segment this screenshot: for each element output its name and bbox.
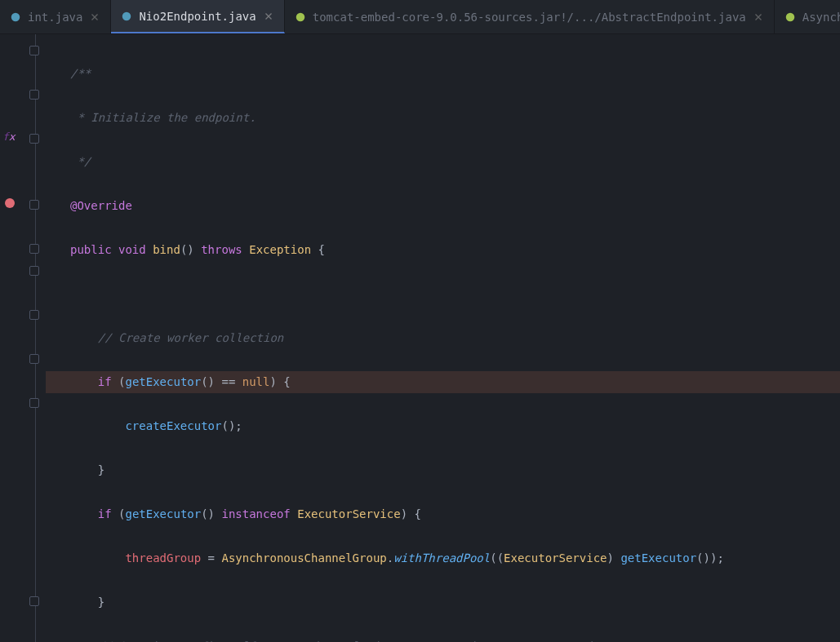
close-icon[interactable]	[263, 11, 274, 22]
close-icon[interactable]	[89, 11, 100, 23]
svg-point-3	[786, 12, 795, 21]
code-line: }	[46, 459, 840, 481]
code-line	[46, 283, 840, 305]
code-line: @Override	[46, 195, 840, 217]
code-editor[interactable]: fx /** * Initialize the endpoint. */ @Ov…	[0, 34, 840, 642]
fold-toggle-icon[interactable]	[29, 46, 39, 55]
code-line: }	[46, 591, 840, 613]
java-file-icon	[121, 11, 132, 22]
code-line: // AsynchronousChannelGroup needs exclus…	[46, 635, 840, 642]
code-line: threadGroup = AsynchronousChannelGroup.w…	[46, 547, 840, 569]
fold-toggle-icon[interactable]	[29, 134, 39, 144]
code-line: if (getExecutor() == null) {	[46, 371, 840, 393]
code-line: createExecutor();	[46, 415, 840, 437]
editor-tabs: int.java Nio2Endpoint.java tomcat-embed-…	[0, 0, 840, 34]
breakpoint-icon[interactable]	[5, 198, 15, 208]
fold-toggle-icon[interactable]	[29, 354, 39, 364]
tab-label: int.java	[28, 11, 82, 24]
tab-label: AsynchronousServerSocketCha	[802, 11, 840, 24]
fold-toggle-icon[interactable]	[29, 398, 39, 408]
code-line: * Initialize the endpoint.	[46, 107, 840, 129]
code-line: */	[46, 151, 840, 173]
fold-toggle-icon[interactable]	[29, 244, 39, 254]
code-line: /**	[46, 63, 840, 85]
fold-toggle-icon[interactable]	[29, 90, 39, 100]
tab-label: tomcat-embed-core-9.0.56-sources.jar!/..…	[313, 11, 746, 24]
function-icon: fx	[2, 131, 16, 143]
fold-toggle-icon[interactable]	[29, 596, 39, 606]
svg-point-2	[296, 12, 304, 21]
fold-toggle-icon[interactable]	[29, 310, 39, 320]
tab-abstractendpoint-java[interactable]: tomcat-embed-core-9.0.56-sources.jar!/..…	[285, 0, 775, 33]
tab-label: Nio2Endpoint.java	[139, 10, 256, 23]
fold-toggle-icon[interactable]	[29, 266, 39, 276]
code-line: // Create worker collection	[46, 327, 840, 349]
tab-asynchronousserversocketcha[interactable]: AsynchronousServerSocketCha	[775, 0, 840, 33]
svg-point-0	[11, 12, 20, 21]
gutter[interactable]: fx	[0, 34, 46, 642]
close-icon[interactable]	[753, 11, 764, 23]
svg-point-1	[122, 11, 131, 20]
code-line: if (getExecutor() instanceof ExecutorSer…	[46, 503, 840, 525]
tab-int-java[interactable]: int.java	[0, 0, 111, 33]
java-class-icon	[784, 11, 796, 23]
code-line: public void bind() throws Exception {	[46, 239, 840, 261]
java-file-icon	[10, 11, 21, 23]
java-class-icon	[295, 11, 306, 23]
tab-nio2endpoint-java[interactable]: Nio2Endpoint.java	[111, 0, 284, 33]
code-area[interactable]: /** * Initialize the endpoint. */ @Overr…	[46, 34, 840, 642]
fold-toggle-icon[interactable]	[29, 200, 39, 210]
